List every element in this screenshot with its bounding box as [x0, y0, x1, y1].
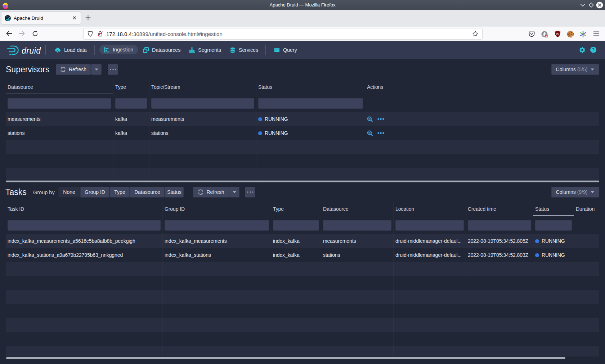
svg-text:uO: uO [556, 32, 559, 35]
svg-text:?: ? [592, 47, 595, 53]
